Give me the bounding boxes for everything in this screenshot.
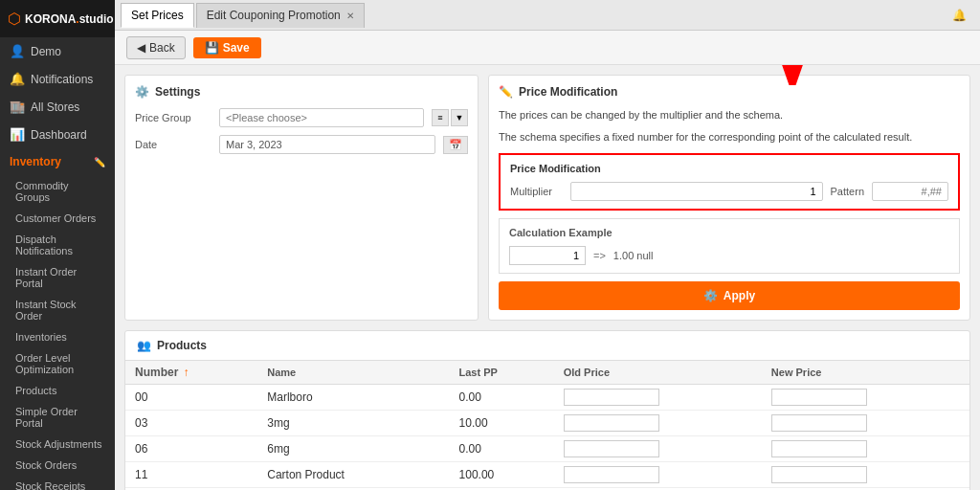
cell-last-pp: 10.00 [450,410,554,435]
sidebar-sub-products[interactable]: Products [0,380,115,401]
cell-old-price [554,461,762,487]
save-label: Save [223,41,250,55]
pattern-input[interactable] [872,182,948,201]
cell-old-price [554,384,762,410]
products-table: Number ↑ Name Last PP Old Price New Pric… [125,361,969,490]
cell-name: 3mg [257,410,449,435]
sidebar-notifications-label: Notifications [31,73,93,86]
products-title: Products [157,339,207,352]
store-icon: 🏬 [10,100,25,114]
tab-edit-couponing-label: Edit Couponing Promotion [207,9,341,22]
multiplier-row: Multiplier Pattern [510,182,948,201]
sidebar-dashboard-label: Dashboard [31,128,87,142]
toolbar: ◀ Back 💾 Save [115,31,980,65]
tab-close-icon[interactable]: ✕ [346,11,354,21]
calc-result: 1.00 null [613,250,654,261]
cell-number: 00 [125,384,257,410]
cell-last-pp: 0.00 [450,435,554,461]
sidebar-sub-inventories[interactable]: Inventories [0,326,115,347]
sidebar-item-demo[interactable]: 👤 Demo [0,37,115,65]
multiplier-label: Multiplier [510,186,563,197]
save-icon: 💾 [205,41,219,55]
calc-example-box: Calculation Example => 1.00 null [499,218,960,274]
table-row: 00 Marlboro 0.00 [125,384,969,410]
calendar-icon[interactable]: 📅 [443,136,468,154]
tab-set-prices-label: Set Prices [131,9,184,22]
dashboard-icon: 📊 [10,127,25,142]
table-row: 03 3mg 10.00 [125,410,969,435]
price-mod-inner-box: Price Modification Multiplier Pattern [499,153,960,211]
col-name: Name [257,361,449,385]
price-group-label: Price Group [135,112,212,123]
sidebar-sub-instant-stock-order[interactable]: Instant Stock Order [0,294,115,326]
col-new-price: New Price [762,361,969,385]
date-input[interactable] [219,135,435,154]
edit-icon: ✏️ [94,157,105,167]
products-table-body: 00 Marlboro 0.00 03 3mg 10.00 06 6mg 0.0… [125,384,969,490]
back-chevron-icon: ◀ [137,41,145,55]
notification-bell-icon[interactable]: 🔔 [945,5,974,26]
sidebar-sub-commodity-groups[interactable]: Commodity Groups [0,175,115,208]
sidebar-item-notifications[interactable]: 🔔 Notifications [0,65,115,93]
new-price-input[interactable] [771,389,867,406]
cell-name: 6mg [257,435,449,461]
cell-last-pp: 0.00 [450,384,554,410]
tabs-bar: Set Prices Edit Couponing Promotion ✕ 🔔 [115,0,980,31]
price-group-input[interactable] [219,108,424,127]
products-icon: 👥 [137,339,151,352]
cell-new-price [762,461,969,487]
old-price-input[interactable] [564,440,659,457]
sidebar-allstores-label: All Stores [31,100,79,114]
calc-title: Calculation Example [509,227,949,238]
tab-edit-couponing[interactable]: Edit Couponing Promotion ✕ [196,3,365,28]
products-header: 👥 Products [125,331,969,361]
sidebar-sub-instant-order-portal[interactable]: Instant Order Portal [0,261,115,294]
sidebar-section-inventory[interactable]: Inventory ✏️ [0,148,115,175]
new-price-input[interactable] [771,414,867,432]
calc-value-input[interactable] [509,246,586,265]
price-group-arrow-button[interactable]: ▼ [451,109,468,126]
price-mod-desc1: The prices can be changed by the multipl… [499,108,960,122]
settings-icon: ⚙️ [135,85,149,99]
logo-text: KORONA.studio [25,11,114,26]
save-button[interactable]: 💾 Save [193,37,261,58]
cell-new-price [762,384,969,410]
apply-button[interactable]: ⚙️ Apply [499,281,960,310]
old-price-input[interactable] [564,414,659,432]
new-price-input[interactable] [771,440,867,457]
sidebar-sub-dispatch-notifications[interactable]: Dispatch Notifications [0,229,115,261]
price-group-expand-button[interactable]: ≡ [432,109,449,126]
sidebar-sub-order-level[interactable]: Order Level Optimization [0,347,115,380]
red-down-arrow [768,65,816,85]
apply-label: Apply [724,289,755,302]
settings-panel: ⚙️ Settings Price Group ≡ ▼ Date 📅 [124,75,479,321]
sidebar-sub-customer-orders[interactable]: Customer Orders [0,208,115,229]
sidebar-sub-stock-receipts[interactable]: Stock Receipts [0,476,115,490]
calc-arrow: => [593,250,606,261]
sidebar-item-all-stores[interactable]: 🏬 All Stores [0,93,115,121]
sidebar-sub-stock-adjustments[interactable]: Stock Adjustments [0,434,115,455]
inventory-label: Inventory [10,155,61,168]
price-mod-desc2: The schema specifies a fixed number for … [499,130,960,145]
multiplier-input[interactable] [570,182,823,201]
sidebar-sub-simple-order[interactable]: Simple Order Portal [0,401,115,434]
sidebar-sub-stock-orders[interactable]: Stock Orders [0,455,115,476]
cell-new-price [762,435,969,461]
tab-set-prices[interactable]: Set Prices [121,3,194,28]
apply-icon: ⚙️ [703,289,718,302]
date-row: Date 📅 [135,135,468,154]
col-number: Number ↑ [125,361,257,385]
sidebar-item-dashboard[interactable]: 📊 Dashboard [0,121,115,148]
old-price-input[interactable] [564,466,659,483]
cell-name: Marlboro [257,384,449,410]
price-mod-inner-title: Price Modification [510,163,948,174]
new-price-input[interactable] [771,466,867,483]
table-row: 11 Carton Product 100.00 [125,461,969,487]
logo-icon: ⬡ [8,10,21,28]
main-area: Set Prices Edit Couponing Promotion ✕ 🔔 … [115,0,980,490]
price-mod-title: ✏️ Price Modification [499,85,960,99]
sidebar-demo-label: Demo [31,45,61,58]
cell-new-price [762,410,969,435]
back-button[interactable]: ◀ Back [126,36,186,59]
old-price-input[interactable] [564,389,659,406]
